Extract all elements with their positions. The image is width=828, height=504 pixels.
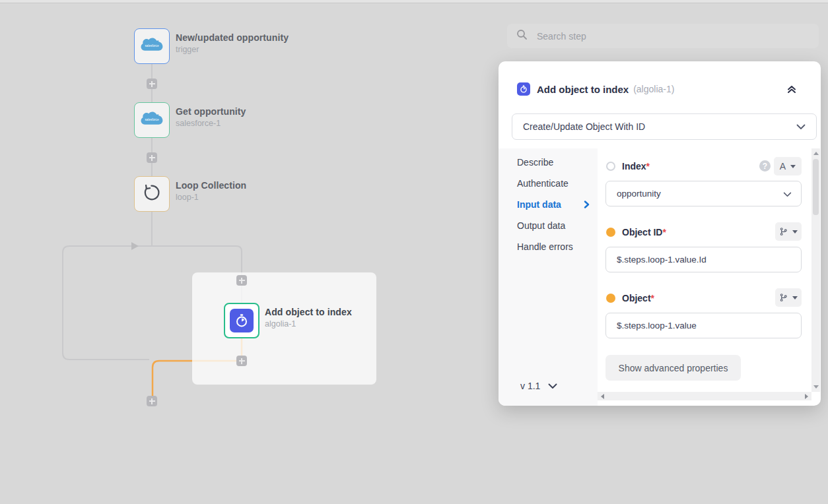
algolia-stopwatch-icon (230, 309, 254, 332)
add-step-button[interactable] (147, 396, 157, 406)
field-type-selector[interactable]: A (774, 157, 802, 175)
object-input[interactable] (606, 313, 801, 338)
algolia-stopwatch-icon (517, 82, 530, 96)
field-label: Object* (622, 293, 654, 303)
chevron-right-icon (584, 200, 590, 210)
version-label: v 1.1 (520, 381, 540, 391)
scroll-down-arrow[interactable] (813, 385, 819, 389)
svg-text:salesforce: salesforce (145, 44, 159, 47)
branch-icon (779, 227, 788, 236)
search-step-bar[interactable] (507, 24, 819, 48)
workflow-node-salesforce-1[interactable]: salesforce (134, 102, 170, 138)
tab-output-data[interactable]: Output data (517, 219, 595, 232)
search-icon (516, 29, 528, 43)
object-field (605, 313, 802, 338)
node-subtitle: loop-1 (176, 193, 246, 202)
workflow-node-loop-1[interactable] (134, 176, 170, 212)
node-title: Loop Collection (176, 180, 246, 191)
panel-header: Add object to index (algolia-1) (517, 81, 802, 97)
node-title: Add object to index (265, 307, 352, 317)
index-select[interactable]: opportunity (605, 181, 802, 206)
panel-step-id: (algolia-1) (633, 84, 674, 94)
tab-input-data[interactable]: Input data (517, 198, 595, 211)
salesforce-icon: salesforce (139, 109, 165, 131)
index-select-value: opportunity (617, 189, 783, 199)
object-id-input[interactable] (606, 247, 801, 272)
node-title: New/updated opportunity (176, 32, 289, 43)
scroll-left-arrow[interactable] (601, 394, 604, 399)
branch-icon (779, 293, 788, 302)
collapse-panel-button[interactable] (785, 82, 798, 96)
caret-down-icon (792, 230, 798, 234)
scroll-up-arrow[interactable] (813, 152, 819, 155)
salesforce-icon: salesforce (139, 35, 165, 57)
loop-body-container (192, 272, 376, 385)
version-selector[interactable]: v 1.1 (520, 381, 557, 391)
loop-icon (141, 182, 162, 206)
add-step-button[interactable] (147, 152, 157, 163)
workflow-node-trigger[interactable]: salesforce (134, 28, 170, 64)
add-step-button[interactable] (147, 79, 157, 89)
tab-authenticate[interactable]: Authenticate (517, 177, 595, 190)
chevron-down-icon (783, 188, 792, 200)
caret-down-icon (792, 296, 798, 299)
field-label: Index* (622, 161, 650, 172)
jsonpath-picker-button[interactable] (775, 288, 802, 307)
scroll-right-arrow[interactable] (805, 394, 808, 399)
node-title: Get opportunity (176, 106, 246, 117)
add-step-button[interactable] (236, 275, 247, 286)
operation-select[interactable]: Create/Update Object With ID (512, 113, 817, 140)
search-step-input[interactable] (537, 31, 810, 42)
panel-title: Add object to index (537, 84, 629, 95)
caret-down-icon (790, 165, 796, 168)
field-status-badge (606, 228, 615, 237)
chevron-down-icon (796, 121, 806, 133)
horizontal-scrollbar[interactable] (598, 392, 811, 400)
field-status-badge (606, 294, 615, 303)
svg-text:salesforce: salesforce (145, 118, 159, 121)
field-status-badge (606, 162, 615, 171)
tab-handle-errors[interactable]: Handle errors (517, 240, 595, 253)
help-icon[interactable]: ? (759, 160, 771, 172)
step-properties-panel: Add object to index (algolia-1) Create/U… (499, 61, 821, 406)
add-step-button[interactable] (236, 356, 247, 366)
panel-tabs-column: Describe Authenticate Input data Output … (499, 148, 598, 406)
chevron-down-icon (548, 383, 557, 389)
jsonpath-picker-button[interactable] (775, 222, 802, 241)
show-advanced-properties-button[interactable]: Show advanced properties (605, 355, 741, 381)
vertical-scrollbar[interactable] (811, 148, 820, 392)
field-label: Object ID* (622, 227, 666, 237)
loop-return-arrowhead (131, 242, 139, 250)
workflow-node-algolia-1[interactable] (224, 303, 259, 338)
object-id-field (605, 247, 802, 272)
node-subtitle: algolia-1 (265, 319, 352, 329)
tab-describe[interactable]: Describe (517, 156, 595, 169)
vertical-scrollbar-thumb[interactable] (813, 159, 819, 215)
operation-select-value: Create/Update Object With ID (523, 121, 796, 132)
node-subtitle: trigger (176, 45, 289, 54)
node-subtitle: salesforce-1 (176, 119, 246, 128)
